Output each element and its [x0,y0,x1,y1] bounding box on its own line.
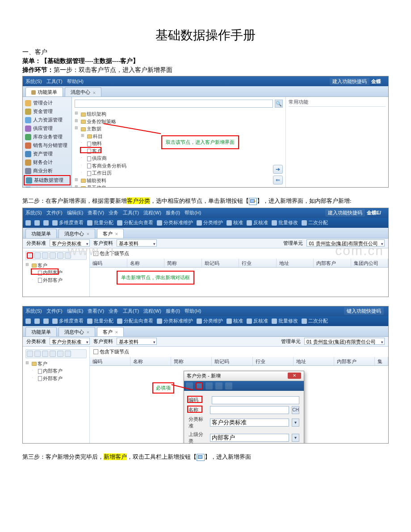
tb-item[interactable]: 多维度查看 [52,219,84,226]
tb-item[interactable]: 批量修改 [272,219,298,226]
tb-item[interactable] [34,220,40,226]
menu-item[interactable]: 工具(T) [123,308,139,314]
col-header[interactable]: 助记码 [202,259,239,267]
tab-function-menu[interactable]: 功能菜单 [25,327,57,336]
tab-message-center[interactable]: 消息中心⨉ [59,229,95,238]
col-header[interactable]: 行业 [253,357,294,365]
sidebar-item[interactable]: 系统平台 [24,185,71,188]
col-header[interactable]: 简称 [171,357,212,365]
tb-item[interactable]: 分类维护 [197,318,223,324]
tree-tool-btn[interactable] [34,351,41,357]
tab-message-center[interactable]: 消息中心⨉ [65,87,101,96]
dlg-save-btn[interactable] [196,382,203,390]
parent-input[interactable] [210,434,289,442]
tree-node[interactable]: 员工信息 [75,184,283,188]
col-header[interactable]: 内部客户 [314,259,351,267]
tree-node-root[interactable]: 客户 内部客户 外部客户 [25,262,87,284]
tb-item[interactable]: 分配去向查看 [117,318,153,324]
menu-item[interactable]: 服务(I) [166,308,180,314]
dlg-tool-btn[interactable] [206,382,213,390]
col-header[interactable]: 编码 [90,259,127,267]
menu-item[interactable]: 系统(S) [25,308,42,314]
sidebar-item[interactable]: 财务会计 [24,158,71,167]
col-header[interactable]: 名称 [127,259,165,267]
tb-item[interactable]: 反核准 [247,219,268,226]
tree-node-external[interactable]: 外部客户 [32,375,87,382]
tree-tool-btn[interactable] [50,351,56,357]
filter-dropdown[interactable]: 01 贵州盐业(集团)有限责任公司▾ [304,338,385,345]
lookup-button[interactable]: ▾ [292,434,299,442]
menu-item[interactable]: 文件(F) [46,209,63,216]
dialog-close-button[interactable]: ✕ [288,373,301,379]
tb-item[interactable]: 分类标准维护 [157,219,193,226]
checkbox-include-children[interactable] [93,349,98,354]
tree-node-master-data[interactable]: 主数据 科目 物料 客户 供应商 客商业务分析码 工作日历 [75,125,283,177]
tree-tool-btn[interactable] [42,252,48,259]
std-input[interactable] [210,419,289,427]
col-header[interactable]: 行业 [239,259,277,267]
tab-function-menu[interactable]: 功能菜单 [25,229,57,238]
tree-node[interactable]: 组织架构 [75,110,283,118]
tree-new-button[interactable] [27,252,33,259]
sidebar-item[interactable]: 资产管理 [24,150,71,158]
dlg-tool-btn[interactable] [225,382,232,390]
tab-message-center[interactable]: 消息中心⨉ [59,327,95,336]
menu-item[interactable]: 帮助(H) [185,209,201,216]
tb-item[interactable]: 核准 [226,219,243,226]
close-icon[interactable]: ⨉ [115,329,118,335]
menu-item[interactable]: 查看(V) [88,308,104,314]
dlg-tool-btn[interactable] [215,382,222,390]
filter-dropdown[interactable]: 基本资料▾ [117,239,157,247]
col-header[interactable]: 地址 [294,357,334,365]
close-icon[interactable]: ⨉ [93,90,96,95]
close-icon[interactable]: ⨉ [115,231,118,236]
tree-tool-btn[interactable] [65,351,71,357]
tb-item[interactable]: 分类标准维护 [157,318,193,324]
tb-item[interactable]: 反核准 [247,318,268,324]
tb-item[interactable] [34,318,40,324]
tb-item[interactable] [25,220,31,226]
sidebar-item[interactable]: 管理会计 [24,99,71,107]
lookup-button[interactable]: ▾ [292,419,299,427]
menu-item[interactable]: 业务 [109,209,118,216]
tree-tool-btn[interactable] [57,351,63,357]
tb-item[interactable]: 多维度查看 [52,318,84,324]
col-header[interactable]: 助记码 [212,357,252,365]
close-icon[interactable]: ⨉ [87,231,89,236]
quick-entry[interactable]: 键入功能快捷码 [344,307,384,315]
tree-node[interactable]: 工作日历 [81,169,283,177]
tb-item[interactable] [25,318,31,324]
sidebar-item-basic-data[interactable]: 基础数据管理 [24,175,71,185]
search-button[interactable]: 🔍 [275,100,283,108]
filter-dropdown[interactable]: 客户分类标准▾ [50,239,90,247]
col-header[interactable]: 简称 [164,259,202,267]
tb-item[interactable]: 批量分配 [87,219,113,226]
sidebar-item[interactable]: 资金管理 [24,107,71,116]
tree-node-internal[interactable]: 内部客户 [32,367,87,375]
col-header[interactable]: 名称 [130,357,171,365]
tb-item[interactable] [43,318,49,324]
search-input[interactable] [75,100,273,108]
tb-item[interactable]: 分类维护 [197,219,223,226]
close-icon[interactable]: ⨉ [87,329,89,335]
nav-prev-button[interactable]: ⇐ [273,176,283,184]
sidebar-item[interactable]: 商业分析 [24,167,71,175]
tb-item[interactable]: 批量修改 [272,318,298,324]
tree-node-external[interactable]: 外部客户 [32,276,87,284]
tab-customer[interactable]: 客户⨉ [97,327,124,336]
filter-dropdown[interactable]: 基本资料▾ [117,338,157,345]
menu-item[interactable]: 编辑(E) [67,209,84,216]
menu-help[interactable]: 帮助(H) [67,78,84,85]
menu-item[interactable]: 业务 [109,308,118,314]
nav-next-button[interactable]: ➔ [273,165,283,174]
sidebar-item[interactable]: 销售与分销管理 [24,141,71,150]
menu-item[interactable]: 工具(T) [123,209,139,216]
quick-entry[interactable]: 建入功能快捷码 [325,209,365,217]
col-header[interactable]: 集 [375,357,388,365]
tree-node-internal[interactable]: 内部客户 [32,269,87,276]
sidebar-item[interactable]: 人力资源管理 [24,116,71,124]
menu-item[interactable]: 流程(W) [143,209,161,216]
tree-tool-btn[interactable] [42,351,48,357]
tree-tool-btn[interactable] [50,252,56,259]
tab-function-menu[interactable]: 功能菜单 [25,87,63,96]
